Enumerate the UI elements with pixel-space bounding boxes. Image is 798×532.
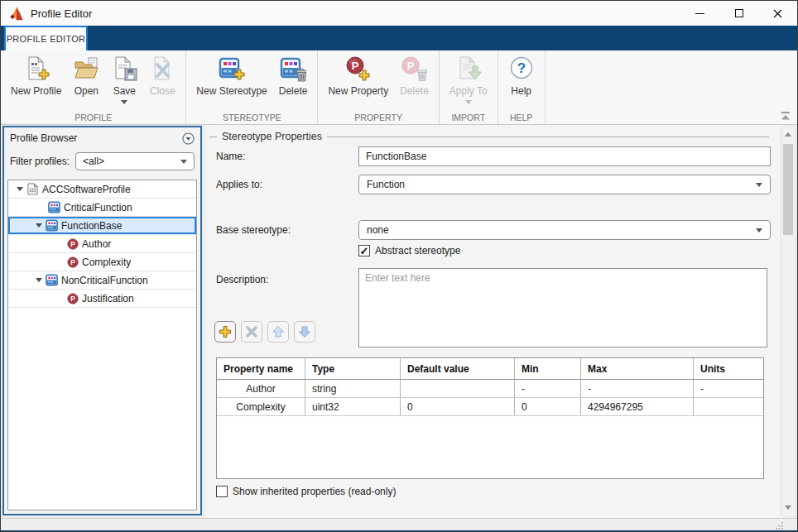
tab-profile-editor[interactable]: PROFILE EDITOR	[4, 26, 88, 50]
name-input[interactable]	[358, 146, 771, 166]
status-bar	[1, 518, 797, 530]
maximize-button[interactable]	[719, 1, 758, 26]
button-label: Open	[75, 85, 99, 97]
panel-menu-icon[interactable]	[182, 132, 195, 145]
property-icon: P	[67, 256, 79, 268]
cell-type[interactable]: string	[305, 380, 401, 397]
column-header[interactable]: Default value	[401, 358, 515, 379]
column-header[interactable]: Min	[515, 358, 581, 379]
name-label: Name:	[216, 151, 245, 162]
filter-label: Filter profiles:	[10, 156, 70, 167]
tree-item-author[interactable]: P Author	[8, 235, 196, 253]
column-header[interactable]: Type	[305, 358, 401, 379]
new-profile-button[interactable]: New Profile	[5, 55, 67, 98]
save-dropdown-caret-icon[interactable]	[121, 100, 127, 104]
cell-type[interactable]: uint32	[305, 398, 401, 415]
cell-property-name[interactable]: Author	[217, 380, 305, 397]
apply-to-button[interactable]: Apply To	[444, 55, 493, 105]
new-stereotype-button[interactable]: New Stereotype	[190, 55, 272, 98]
svg-text:P: P	[70, 295, 75, 303]
svg-text:P: P	[351, 60, 358, 72]
chevron-down-icon	[756, 228, 762, 232]
cell-max[interactable]: 4294967295	[581, 398, 694, 415]
close-profile-button[interactable]: Close	[143, 55, 181, 98]
move-down-button[interactable]	[294, 321, 315, 343]
toolbar-section-stereotype: New Stereotype Delete STEREOTYPE	[186, 50, 318, 124]
tree-item-label: Complexity	[82, 256, 131, 268]
remove-property-button[interactable]	[241, 321, 262, 343]
description-textarea[interactable]	[358, 268, 767, 347]
profile-browser-panel: Profile Browser Filter profiles: <all>	[2, 126, 202, 515]
scroll-up-button[interactable]	[781, 127, 795, 141]
tree-item-noncriticalfunction[interactable]: NonCriticalFunction	[8, 271, 196, 290]
open-button[interactable]: Open	[67, 55, 105, 98]
cell-min[interactable]: 0	[515, 398, 581, 415]
filter-profiles-dropdown[interactable]: <all>	[75, 152, 195, 170]
matlab-logo-icon	[9, 7, 24, 21]
group-title: Stereotype Properties	[217, 131, 327, 142]
expander-icon[interactable]	[32, 278, 46, 282]
section-label-help: HELP	[498, 113, 545, 122]
chevron-down-icon	[756, 183, 762, 187]
minimize-button[interactable]	[680, 1, 719, 26]
button-label: Help	[511, 85, 531, 97]
vertical-scrollbar[interactable]	[781, 126, 795, 515]
applies-to-dropdown[interactable]: Function	[358, 175, 771, 194]
button-label: Delete	[279, 85, 308, 97]
property-icon: P	[67, 293, 79, 304]
tree-item-justification[interactable]: P Justification	[8, 290, 196, 308]
column-header[interactable]: Property name	[217, 358, 305, 379]
cell-default-value[interactable]: 0	[401, 398, 515, 415]
property-actions	[214, 321, 315, 343]
help-button[interactable]: ? Help	[502, 55, 541, 98]
tree-item-label: Justification	[82, 293, 134, 304]
tab-label: PROFILE EDITOR	[7, 34, 86, 44]
column-header[interactable]: Units	[694, 358, 763, 379]
cell-min[interactable]: -	[515, 380, 581, 397]
delete-property-button[interactable]: P Delete	[394, 55, 435, 98]
cell-units[interactable]: -	[694, 380, 763, 397]
svg-text:P: P	[70, 240, 75, 248]
table-empty-area	[217, 416, 763, 478]
add-property-button[interactable]	[214, 321, 236, 343]
chevron-down-icon	[180, 160, 187, 164]
abstract-stereotype-label: Abstract stereotype	[375, 245, 460, 256]
new-property-button[interactable]: P New Property	[322, 55, 394, 98]
collapse-ribbon-button[interactable]	[778, 110, 793, 122]
column-header[interactable]: Max	[581, 358, 694, 379]
svg-text:P: P	[70, 258, 75, 266]
toolbar-section-property: P New Property P Delete PROPERTY	[318, 50, 439, 124]
table-header-row: Property name Type Default value Min Max…	[217, 358, 763, 380]
move-up-button[interactable]	[267, 321, 289, 343]
profile-icon	[26, 183, 39, 195]
tree-item-criticalfunction[interactable]: CriticalFunction	[8, 199, 196, 217]
scroll-down-button[interactable]	[781, 501, 795, 514]
group-header: Stereotype Properties	[209, 131, 769, 142]
close-button[interactable]	[758, 1, 797, 26]
tree-item-complexity[interactable]: P Complexity	[8, 253, 196, 271]
toolbar-section-help: ? Help HELP	[498, 50, 546, 124]
show-inherited-checkbox[interactable]	[216, 486, 228, 497]
table-row[interactable]: Author string - - -	[217, 380, 763, 398]
cell-default-value[interactable]	[401, 380, 515, 397]
expander-icon[interactable]	[32, 223, 46, 228]
new-property-icon: P	[345, 55, 372, 82]
cell-units[interactable]	[694, 398, 763, 415]
cell-max[interactable]: -	[581, 380, 694, 397]
applies-to-label: Applies to:	[216, 179, 262, 190]
tree-item-accsoftwareprofile[interactable]: ACCSoftwareProfile	[8, 180, 196, 199]
table-row[interactable]: Complexity uint32 0 0 4294967295	[217, 398, 763, 416]
tree-item-functionbase[interactable]: FunctionBase	[8, 217, 196, 235]
save-button[interactable]: Save	[105, 55, 143, 105]
delete-property-icon: P	[401, 55, 427, 82]
delete-stereotype-button[interactable]: Delete	[273, 55, 314, 98]
expander-icon[interactable]	[13, 187, 26, 191]
abstract-stereotype-checkbox[interactable]	[358, 245, 370, 256]
apply-to-icon	[455, 55, 482, 82]
cell-property-name[interactable]: Complexity	[217, 398, 305, 415]
base-stereotype-dropdown[interactable]: none	[358, 220, 771, 240]
scroll-down-icon	[785, 506, 791, 510]
scrollbar-thumb[interactable]	[783, 144, 793, 235]
stereotype-icon	[46, 219, 58, 232]
resize-grip-icon[interactable]	[776, 521, 784, 530]
